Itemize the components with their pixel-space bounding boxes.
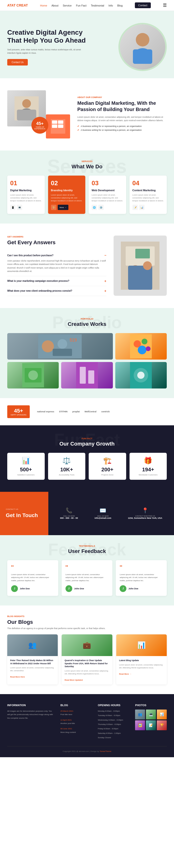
growth-num-4: 194+ xyxy=(132,466,164,473)
portfolio-img-5 xyxy=(115,362,167,389)
faq-title: Get Every Answers xyxy=(7,239,106,246)
faq-item-2[interactable]: What is your marketing campaign executio… xyxy=(7,276,106,286)
git-right-panel: 📞 CALL US NOW 000 - 000 - 00 - 00 ✉️ MAI… xyxy=(48,492,174,535)
services-grid: 01 Digital Marketing Lorem ipsum dolor s… xyxy=(7,176,167,214)
portfolio-section: Portfolio PORTFOLIO Creative Works 519 xyxy=(0,308,174,398)
testimonial-card-1: " Lorem ipsum dolor sit amet, consectetu… xyxy=(7,560,58,596)
service-more-button[interactable]: More → xyxy=(58,205,68,210)
nav-blog[interactable]: Blog xyxy=(117,4,123,7)
blogs-grid: 👥 Peter Thor Raised Study Makes $5 Milli… xyxy=(7,634,167,684)
faq-toggle-3[interactable]: + xyxy=(104,289,106,293)
navigation: ATAT CREAT Home About Service Fun Fact T… xyxy=(0,0,174,11)
faq-question-2[interactable]: What is your marketing campaign executio… xyxy=(7,279,106,283)
svg-point-31 xyxy=(28,370,38,380)
blog-body-1: Peter Thor Raised Study Makes $5 Million… xyxy=(7,656,58,681)
phone-value: 000 - 000 - 00 - 00 xyxy=(60,517,78,519)
portfolio-item-1: 519 xyxy=(7,333,113,360)
blog-desc-2: Lorem ipsum dolor sit amet, consectetur … xyxy=(65,670,109,675)
footer-blog-link-2[interactable]: Another post title xyxy=(60,722,75,724)
nav-info[interactable]: Info xyxy=(108,4,113,7)
services-title: What We Do xyxy=(7,163,167,170)
footer-hours-wed: Wednesday 8:00am - 6:00pm xyxy=(98,718,129,722)
about-check-2: ✔ A business writing for or representing… xyxy=(77,129,167,131)
growth-label-3: Projects Done xyxy=(92,474,123,476)
mail-icon: ✉️ xyxy=(95,507,111,514)
faq-toggle-1[interactable]: − xyxy=(104,253,106,257)
hero-cta-button[interactable]: Contact Us xyxy=(7,59,28,65)
git-contact-address: 📍 CONTACT NOW FIND US 1234, Somewhere Ne… xyxy=(128,507,162,519)
nav-testimonial[interactable]: Testimonial xyxy=(91,4,104,7)
footer-hours-sun: Sunday Closed xyxy=(98,736,129,739)
service-icon-1b: 💻 xyxy=(17,205,22,210)
growth-label-4: Worldwide Customers xyxy=(132,474,164,476)
blog-read-more-2[interactable]: Read More Updated xyxy=(65,679,83,681)
testimonial-author-3: J John Doe xyxy=(120,585,163,592)
faq-toggle-2[interactable]: + xyxy=(104,279,106,283)
growth-card-4: 🎁 194+ Worldwide Customers xyxy=(129,453,167,480)
service-icons-1: 📱 💻 xyxy=(10,205,42,210)
svg-point-27 xyxy=(138,346,146,354)
quote-icon-2: " xyxy=(66,564,109,571)
footer-bottom: Copyright 2021 @ atcreat.com | Design by… xyxy=(7,746,167,752)
phone-icon: 📞 xyxy=(60,507,78,514)
testimonials-section: Feedback TESTIMONIALS User Feedback " Lo… xyxy=(0,535,174,606)
portfolio-title: Creative Works xyxy=(7,321,167,327)
svg-point-21 xyxy=(57,339,67,349)
growth-tag: FUN FACT xyxy=(7,437,167,440)
blog-read-more-3[interactable]: Read More → xyxy=(119,673,131,675)
git-title: Get In Touch xyxy=(6,512,43,519)
service-icon-3a: 🌐 xyxy=(92,205,97,210)
footer-photo-4: 🖼️ xyxy=(135,720,145,730)
testimonials-tag: TESTIMONIALS xyxy=(7,545,167,547)
faq-item-3[interactable]: What does your new client onboarding pro… xyxy=(7,286,106,296)
blogs-header: BLOG INSIGHTS Our Blogs The definition o… xyxy=(7,615,167,629)
footer-hours-title: Opening Hours xyxy=(98,704,129,707)
about-images: 45+ YEARS OF EXPERIENCE xyxy=(7,90,70,138)
about-description: Lorem ipsum dolor sit amet, consectetur … xyxy=(77,115,167,122)
service-num-4: 04 xyxy=(132,179,164,187)
contact-button[interactable]: Contact xyxy=(135,2,151,8)
service-icons-4: 📝 📊 xyxy=(132,205,164,210)
footer-information-text: All images are for demonstration purpose… xyxy=(7,710,55,720)
git-left-panel: CONTACT US Get In Touch xyxy=(0,492,48,535)
footer-blog-link-1[interactable]: Post title here xyxy=(60,713,72,716)
growth-card-2: ⚖️ 10K+ Accessibility Tools xyxy=(48,453,85,480)
mail-label: MAIL US NOW xyxy=(95,515,111,517)
service-card-1: 01 Digital Marketing Lorem ipsum dolor s… xyxy=(7,176,45,214)
services-tag: SERVICES xyxy=(7,160,167,162)
footer-blog-link-3[interactable]: More blog content xyxy=(60,731,76,733)
nav-about[interactable]: About xyxy=(51,4,58,7)
hamburger-icon[interactable]: ☰ xyxy=(163,3,167,8)
nav-links: Home About Service Fun Fact Testimonial … xyxy=(40,3,123,7)
blog-read-more-1[interactable]: Read More Here xyxy=(10,676,25,678)
svg-point-0 xyxy=(136,33,149,46)
faq-question-3[interactable]: What does your new client onboarding pro… xyxy=(7,289,106,293)
svg-point-18 xyxy=(143,261,152,270)
footer-opening-hours: Opening Hours Monday 8:00am - 6:00pm Tue… xyxy=(98,704,129,741)
hero-title: Creative Digital Agency That Help You Go… xyxy=(7,28,90,44)
logo: ATAT CREAT xyxy=(7,3,28,7)
faq-item-1[interactable]: Can I see this product before purchase? … xyxy=(7,250,106,276)
address-label: CONTACT NOW FIND US xyxy=(128,515,162,517)
footer-design-credit[interactable]: TomazTheme xyxy=(100,750,111,752)
blogs-description: The definition of an agency in a group o… xyxy=(7,627,167,629)
portfolio-img-3 xyxy=(7,362,59,389)
svg-text:519: 519 xyxy=(70,338,77,342)
service-title-1: Digital Marketing xyxy=(10,189,42,192)
blog-image-3: 📊 xyxy=(116,634,167,656)
blog-card-3: 📊 Latest Blog Update Lorem ipsum dolor s… xyxy=(116,634,167,684)
growth-num-1: 500+ xyxy=(10,466,42,473)
portfolio-grid: 519 xyxy=(7,333,167,389)
nav-service[interactable]: Service xyxy=(63,4,72,7)
svg-rect-2 xyxy=(133,50,152,64)
testimonial-text-3: Lorem ipsum dolor sit amet, consectetur … xyxy=(120,573,163,582)
growth-title: Our Company Growth xyxy=(7,441,167,447)
svg-point-4 xyxy=(22,99,31,108)
faq-question-1[interactable]: Can I see this product before purchase? … xyxy=(7,253,106,257)
about-title: Median Digital Marketing, With the Passi… xyxy=(77,100,167,113)
nav-home[interactable]: Home xyxy=(40,4,47,7)
service-icon-4a: 📝 xyxy=(132,205,138,210)
nav-funfact[interactable]: Fun Fact xyxy=(76,4,86,7)
service-card-2: 02 Branding Identity Lorem ipsum dolor s… xyxy=(48,176,85,214)
author-avatar-2: J xyxy=(66,585,72,592)
